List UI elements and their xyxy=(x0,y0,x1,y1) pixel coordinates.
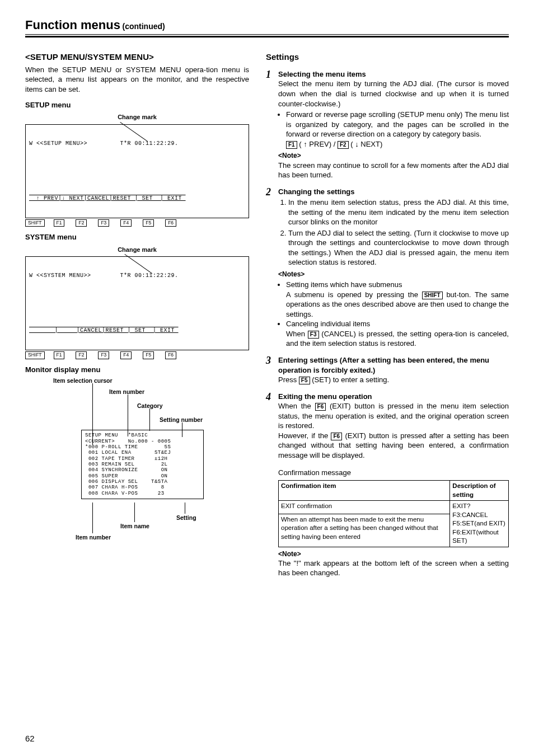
key-f3: F3 xyxy=(98,219,109,227)
confirmation-label: Confirmation message xyxy=(278,468,509,478)
step2-bullet-submenus: Setting items which have submenus A subm… xyxy=(286,280,509,319)
label-item-number-1: Item number xyxy=(109,388,144,396)
key-f4: F4 xyxy=(120,219,132,227)
step1-bullet: Forward or reverse page scrolling (SETUP… xyxy=(286,110,509,149)
change-mark-label-2: Change mark xyxy=(118,246,157,253)
step-3: 3 Entering settings (After a setting has… xyxy=(266,355,509,385)
section-intro: When the SETUP MENU or SYSTEM MENU opera… xyxy=(25,65,249,95)
fkey-row: SHIFT F1 F2 F3 F4 F5 F6 xyxy=(25,219,249,227)
key-f6-2: F6 xyxy=(331,433,342,440)
key-f1: F1 xyxy=(54,219,65,227)
key-f1: F1 xyxy=(286,141,297,149)
label-item-name: Item name xyxy=(120,522,149,530)
key-f2: F2 xyxy=(76,219,87,227)
key-f5: F5 xyxy=(143,219,154,227)
section-heading: <SETUP MENU/SYSTEM MENU> xyxy=(25,51,249,63)
step-1: 1 Selecting the menu items Select the me… xyxy=(266,69,509,180)
key-f6: F6 xyxy=(315,403,326,411)
key-f5: F5 xyxy=(299,377,310,384)
setup-osd: W <<SETUP MENU>> T*R 00:11:22:29. ↑ PREV… xyxy=(25,124,249,218)
page-subtitle: (continued) xyxy=(123,22,165,31)
key-f3: F3 xyxy=(308,331,319,339)
settings-heading: Settings xyxy=(266,51,509,63)
step-2: 2 Changing the settings In the menu item… xyxy=(266,187,509,349)
key-f2: F2 xyxy=(338,141,349,149)
label-setting-number: Setting number xyxy=(160,416,203,424)
confirmation-table: Confirmation item Description of setting… xyxy=(278,480,509,547)
step2-bullet-cancel: Canceling individual items When F3 (CANC… xyxy=(286,319,509,349)
monitor-osd: SETUP MENU *BASIC <CURRENT> No.000 - 000… xyxy=(81,430,204,499)
label-setting: Setting xyxy=(176,514,196,522)
page-title: Function menus xyxy=(25,18,120,32)
key-shift: SHIFT xyxy=(25,219,45,227)
label-item-number-2: Item number xyxy=(76,533,111,541)
change-mark-label: Change mark xyxy=(118,114,157,120)
label-item-selection-cursor: Item selection cursor xyxy=(53,377,113,384)
setup-menu-label: SETUP menu xyxy=(25,100,249,110)
monitor-display-label: Monitor display menu xyxy=(25,365,249,375)
fkey-row-2: SHIFT F1 F2 F3 F4 F5 F6 xyxy=(25,351,249,359)
page-header: Function menus (continued) xyxy=(25,17,509,37)
step-4: 4 Exiting the menu operation When the F6… xyxy=(266,392,509,578)
system-menu-label: SYSTEM menu xyxy=(25,232,249,242)
system-osd: W <<SYSTEM MENU>> T*R 00:11:22:29. | |CA… xyxy=(25,256,249,350)
key-shift: SHIFT xyxy=(422,292,443,299)
key-f6: F6 xyxy=(165,219,176,227)
